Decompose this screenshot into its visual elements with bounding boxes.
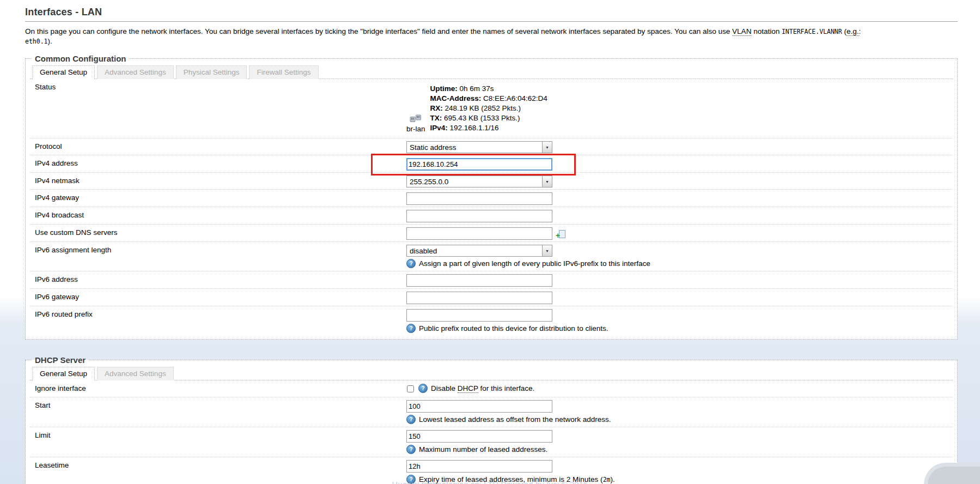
stat-uptime: Uptime: 0h 6m 37s (430, 84, 547, 94)
help-icon: ? (406, 445, 416, 454)
row-ipv6-gateway: IPv6 gateway (30, 289, 953, 306)
stat-value: 0h 6m 37s (458, 84, 494, 93)
row-ipv4-netmask: IPv4 netmask 255.255.0.0 ▼ (30, 173, 953, 190)
row-protocol: Protocol Static address ▼ (30, 138, 953, 155)
status-label: Status (30, 81, 406, 91)
page-description: On this page you can configure the netwo… (25, 27, 958, 46)
dhcp-server-legend: DHCP Server (32, 355, 88, 365)
status-stats: Uptime: 0h 6m 37s MAC-Address: C8:EE:A6:… (430, 84, 547, 133)
interface-icon (410, 114, 422, 124)
ipv6-routed-prefix-input[interactable] (406, 309, 552, 322)
dhcp-term: DHCP (458, 384, 478, 393)
corner-decoration (928, 467, 980, 484)
help-text: Lowest leased address as offset from the… (419, 415, 611, 424)
description-text: On this page you can configure the netwo… (25, 27, 732, 35)
dhcp-tabs: General Setup Advanced Settings (30, 365, 953, 380)
dhcp-leasetime-input[interactable] (406, 460, 552, 473)
ipv6-address-input[interactable] (406, 274, 552, 287)
help-icon: ? (406, 259, 416, 268)
chevron-down-icon: ▼ (542, 142, 552, 153)
dhcp-start-help: ? Lowest leased address as offset from t… (406, 415, 953, 424)
stat-label: IPv4: (430, 124, 448, 132)
ipv4-gateway-label: IPv4 gateway (30, 191, 406, 202)
help-text: Disable (431, 384, 458, 392)
stat-label: RX: (430, 104, 443, 112)
help-text: for this interface. (478, 384, 535, 392)
dhcp-tab-advanced-settings[interactable]: Advanced Settings (97, 367, 174, 380)
ipv4-netmask-select[interactable]: 255.255.0.0 ▼ (406, 176, 552, 187)
row-ipv4-address: IPv4 address (30, 155, 953, 173)
stat-rx: RX: 248.19 KB (2852 Pkts.) (430, 104, 547, 113)
ipv4-gateway-input[interactable] (406, 192, 552, 205)
ipv6-assignment-selected-value: disabled (407, 247, 440, 255)
stat-value: 695.43 KB (1533 Pkts.) (442, 114, 520, 122)
help-icon: ? (418, 384, 428, 393)
chevron-down-icon: ▼ (542, 176, 552, 187)
dhcp-limit-input[interactable] (406, 430, 552, 443)
ignore-interface-checkbox[interactable] (407, 385, 414, 392)
help-icon: ? (406, 324, 416, 333)
stat-label: Uptime: (430, 84, 458, 93)
footer-text: Huawei technologies co.,LTD Powered by l… (0, 480, 980, 484)
stat-label: MAC-Address: (430, 94, 482, 102)
ipv4-broadcast-input[interactable] (406, 210, 552, 222)
stat-tx: TX: 695.43 KB (1533 Pkts.) (430, 113, 547, 123)
protocol-selected-value: Static address (407, 143, 459, 152)
description-text: ( (842, 27, 847, 35)
vlan-notation-code: INTERFACE.VLANNR (782, 28, 842, 35)
row-ignore-interface: Ignore interface ? Disable DHCP for this… (30, 380, 953, 397)
tab-advanced-settings[interactable]: Advanced Settings (97, 65, 174, 79)
dhcp-start-label: Start (30, 399, 406, 409)
tab-firewall-settings[interactable]: Firewall Settings (249, 65, 318, 79)
protocol-select[interactable]: Static address ▼ (406, 141, 552, 153)
row-ipv4-gateway: IPv4 gateway (30, 190, 953, 207)
ipv6-address-label: IPv6 address (30, 273, 406, 283)
description-text: ). (48, 37, 52, 45)
stat-value: C8:EE:A6:04:62:D4 (481, 94, 547, 102)
add-entry-icon[interactable]: + (556, 229, 565, 239)
device-box: br-lan (406, 97, 425, 133)
example-code: eth0.1 (25, 38, 48, 45)
common-tabs: General Setup Advanced Settings Physical… (30, 63, 953, 79)
stat-value: 192.168.1.1/16 (448, 124, 499, 132)
chevron-down-icon: ▼ (542, 245, 552, 256)
dhcp-limit-label: Limit (30, 429, 406, 439)
ipv4-netmask-selected-value: 255.255.0.0 (407, 178, 451, 186)
description-text: notation (751, 27, 782, 35)
ipv4-address-input[interactable] (406, 158, 552, 171)
dhcp-leasetime-label: Leasetime (30, 459, 406, 469)
ipv4-broadcast-label: IPv4 broadcast (30, 209, 406, 219)
ipv6-gateway-input[interactable] (406, 292, 552, 304)
description-text: : (859, 27, 861, 35)
stat-ipv4: IPv4: 192.168.1.1/16 (430, 123, 547, 133)
common-configuration-legend: Common Configuration (32, 54, 129, 63)
stat-label: TX: (430, 114, 442, 122)
vlan-term: VLAN (732, 27, 751, 36)
tab-general-setup[interactable]: General Setup (32, 65, 95, 79)
custom-dns-label: Use custom DNS servers (30, 226, 406, 237)
ipv6-routed-prefix-help: ? Public prefix routed to this device fo… (406, 324, 953, 333)
page-content: Interfaces - LAN On this page you can co… (25, 5, 958, 484)
status-info: br-lan Uptime: 0h 6m 37s MAC-Address: C8… (406, 82, 953, 136)
help-text: Assign a part of given length of every p… (419, 259, 650, 268)
ipv6-assignment-help: ? Assign a part of given length of every… (406, 259, 953, 268)
row-ipv6-routed-prefix: IPv6 routed prefix ? Public prefix route… (30, 306, 953, 336)
tab-physical-settings[interactable]: Physical Settings (176, 65, 247, 79)
ignore-interface-help: Disable DHCP for this interface. (431, 384, 534, 392)
row-dhcp-start: Start ? Lowest leased address as offset … (30, 397, 953, 427)
device-name: br-lan (406, 125, 425, 133)
ipv6-gateway-label: IPv6 gateway (30, 291, 406, 301)
row-ipv4-broadcast: IPv4 broadcast (30, 207, 953, 225)
stat-mac: MAC-Address: C8:EE:A6:04:62:D4 (430, 94, 547, 104)
row-ipv6-address: IPv6 address (30, 271, 953, 289)
dhcp-tab-general-setup[interactable]: General Setup (32, 367, 95, 380)
ipv6-assignment-label: IPv6 assignment length (30, 244, 406, 254)
ipv6-assignment-select[interactable]: disabled ▼ (406, 245, 552, 257)
eg-term: e.g. (847, 27, 859, 36)
dhcp-limit-help: ? Maximum number of leased addresses. (406, 445, 953, 454)
ignore-interface-label: Ignore interface (30, 382, 406, 392)
dhcp-start-input[interactable] (406, 400, 552, 413)
row-dhcp-limit: Limit ? Maximum number of leased address… (30, 427, 953, 457)
custom-dns-input[interactable] (406, 227, 552, 240)
row-custom-dns: Use custom DNS servers + (30, 225, 953, 242)
